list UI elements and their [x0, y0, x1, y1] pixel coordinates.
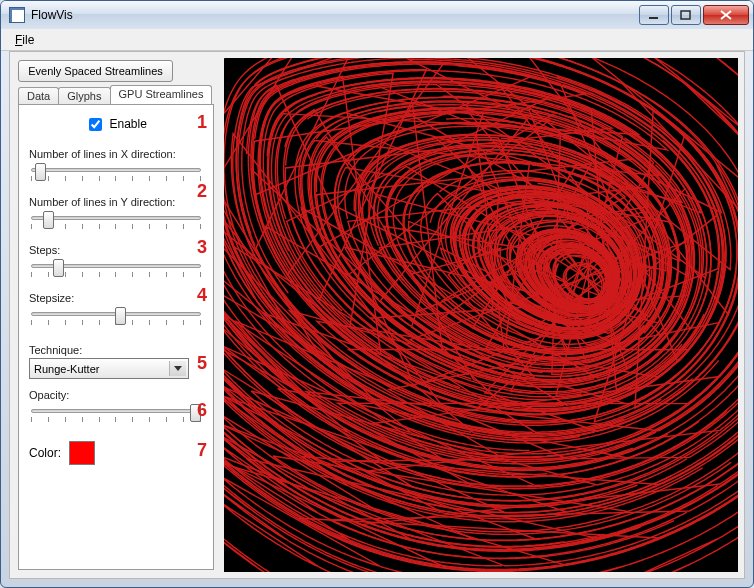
- svg-rect-1: [681, 11, 690, 19]
- opacity-label: Opacity:: [29, 389, 203, 401]
- slider-thumb[interactable]: [115, 307, 126, 325]
- stepsize-label: Stepsize:: [29, 292, 203, 304]
- technique-label: Technique:: [29, 344, 203, 356]
- tab-glyphs[interactable]: Glyphs: [58, 87, 110, 105]
- evenly-spaced-streamlines-button[interactable]: Evenly Spaced Streamlines: [18, 60, 173, 82]
- streamlines-svg: [224, 58, 738, 572]
- close-button[interactable]: [703, 5, 749, 25]
- lines-x-label: Number of lines in X direction:: [29, 148, 203, 160]
- technique-value: Runge-Kutter: [34, 363, 99, 375]
- stepsize-slider[interactable]: [29, 306, 203, 330]
- window-buttons: [639, 5, 749, 25]
- annotation-1: 1: [197, 113, 207, 131]
- annotation-4: 4: [197, 286, 207, 304]
- stepsize-row: Stepsize: 4: [29, 292, 203, 330]
- slider-thumb[interactable]: [35, 163, 46, 181]
- slider-track: [31, 168, 201, 172]
- svg-rect-0: [649, 17, 658, 19]
- color-label: Color:: [29, 446, 61, 460]
- color-swatch[interactable]: [69, 441, 95, 465]
- slider-track: [31, 409, 201, 413]
- menu-file[interactable]: File: [7, 31, 42, 49]
- slider-ticks: [31, 224, 201, 230]
- lines-y-label: Number of lines in Y direction:: [29, 196, 203, 208]
- maximize-icon: [680, 10, 692, 20]
- sidebar: Evenly Spaced Streamlines Data Glyphs GP…: [10, 52, 222, 578]
- tab-data[interactable]: Data: [18, 87, 59, 105]
- window-title: FlowVis: [31, 8, 73, 22]
- close-icon: [719, 10, 733, 20]
- enable-label: Enable: [109, 117, 146, 131]
- enable-row: Enable 1: [29, 115, 203, 134]
- tab-gpu-streamlines[interactable]: GPU Streamlines: [110, 85, 213, 104]
- slider-ticks: [31, 176, 201, 182]
- annotation-5: 5: [197, 354, 207, 372]
- titlebar[interactable]: FlowVis: [1, 1, 753, 29]
- maximize-button[interactable]: [671, 5, 701, 25]
- lines-y-row: Number of lines in Y direction:: [29, 196, 203, 234]
- visualization-canvas: [224, 58, 738, 572]
- client-area: Evenly Spaced Streamlines Data Glyphs GP…: [9, 51, 745, 579]
- menubar: File: [1, 29, 753, 51]
- color-row: Color: 7: [29, 441, 203, 465]
- lines-y-slider[interactable]: [29, 210, 203, 234]
- steps-label: Steps:: [29, 244, 203, 256]
- opacity-slider[interactable]: [29, 403, 203, 427]
- gpu-streamlines-panel: Enable 1 Number of lines in X direction:…: [18, 104, 214, 570]
- slider-thumb[interactable]: [43, 211, 54, 229]
- enable-checkbox[interactable]: [89, 118, 102, 131]
- chevron-down-icon: [169, 361, 186, 376]
- minimize-button[interactable]: [639, 5, 669, 25]
- annotation-6: 6: [197, 401, 207, 419]
- steps-slider[interactable]: [29, 258, 203, 282]
- app-window: FlowVis File Evenly Spaced Streamlines D…: [0, 0, 754, 588]
- opacity-row: Opacity: 6: [29, 389, 203, 427]
- slider-ticks: [31, 417, 201, 423]
- minimize-icon: [648, 10, 660, 20]
- app-icon: [9, 7, 25, 23]
- lines-x-slider[interactable]: [29, 162, 203, 186]
- technique-select[interactable]: Runge-Kutter: [29, 358, 189, 379]
- lines-x-row: Number of lines in X direction: 2: [29, 148, 203, 186]
- technique-row: Technique: Runge-Kutter 5: [29, 344, 203, 379]
- slider-thumb[interactable]: [53, 259, 64, 277]
- annotation-3: 3: [197, 238, 207, 256]
- slider-track: [31, 216, 201, 220]
- tab-strip: Data Glyphs GPU Streamlines: [18, 84, 214, 104]
- annotation-7: 7: [197, 441, 207, 459]
- steps-row: Steps: 3: [29, 244, 203, 282]
